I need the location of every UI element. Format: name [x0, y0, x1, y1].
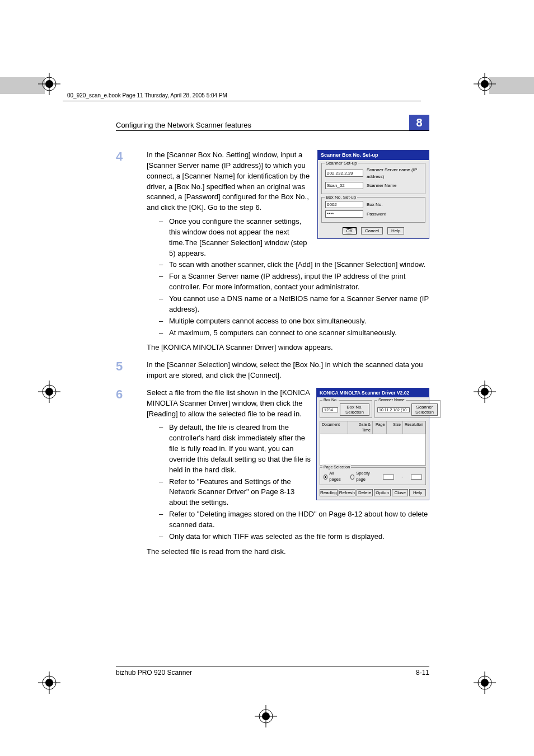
book-header-line: 00_920_scan_e.book Page 11 Thursday, Apr…: [67, 92, 227, 98]
step-body: Scanner Box No. Set-up Scanner Set-up Sc…: [147, 150, 429, 356]
box-no-selection-button[interactable]: Box No. Selection: [340, 403, 369, 416]
dialog-titlebar: KONICA MINOLTA Scanner Driver V2.02: [317, 388, 429, 397]
step-5: 5 In the [Scanner Selection] window, sel…: [116, 360, 429, 384]
list-item: Refer to "Features and Settings of the N…: [159, 477, 429, 509]
step-after-text: The selected file is read from the hard …: [147, 547, 429, 557]
step-4: 4 Scanner Box No. Set-up Scanner Set-up …: [116, 150, 429, 356]
group-legend: Box No.: [322, 397, 339, 403]
manual-page: 00_920_scan_e.book Page 11 Thursday, Apr…: [0, 0, 534, 756]
dialog-titlebar: Scanner Box No. Set-up: [318, 151, 429, 160]
registration-mark-tr: [474, 73, 496, 95]
step-number: 5: [116, 360, 147, 384]
chapter-tab: 8: [409, 115, 429, 130]
step-text: In the [Scanner Selection] window, selec…: [147, 360, 429, 381]
crop-bar-right: [489, 77, 534, 94]
page-content: Configuring the Network Scanner features…: [116, 115, 429, 564]
group-box-no: Box No. Box No. Selection: [320, 400, 372, 418]
registration-mark-mr: [474, 381, 496, 403]
list-item: You cannot use a DNS name or a NetBIOS n…: [159, 294, 429, 315]
list-item: To scan with another scanner, click the …: [159, 260, 429, 270]
list-item: For a Scanner Server name (IP address), …: [159, 271, 429, 293]
registration-mark-ml: [38, 381, 60, 403]
step-4-bullets: Once you configure the scanner settings,…: [147, 217, 429, 338]
step-6: 6 KONICA MINOLTA Scanner Driver V2.02 Bo…: [116, 388, 429, 561]
group-scanner-name: Scanner Name Scanner Selection: [374, 400, 441, 418]
step-body: In the [Scanner Selection] window, selec…: [147, 360, 429, 384]
scanner-name-label: Scanner Name: [367, 182, 396, 189]
registration-mark-bl: [38, 672, 60, 694]
list-item: Only data for which TIFF was selected as…: [159, 532, 429, 542]
step-after-text: The [KONICA MINOLTA Scanner Driver] wind…: [147, 342, 429, 353]
step-body: KONICA MINOLTA Scanner Driver V2.02 Box …: [147, 388, 429, 561]
group-scanner-setup: Scanner Set-up Scanner Server name (IP a…: [321, 163, 425, 194]
scanner-name-field[interactable]: [325, 182, 363, 189]
step-number: 6: [116, 388, 147, 561]
scanner-selection-button[interactable]: Scanner Selection: [411, 403, 438, 416]
list-item: At maximum, 5 computers can connect to o…: [159, 328, 429, 339]
footer-page-number: 8-11: [416, 669, 429, 677]
running-head: Configuring the Network Scanner features…: [116, 115, 429, 131]
registration-mark-bm: [255, 705, 277, 727]
running-head-title: Configuring the Network Scanner features: [116, 121, 251, 129]
page-footer: bizhub PRO 920 Scanner 8-11: [116, 666, 429, 677]
footer-product: bizhub PRO 920 Scanner: [116, 669, 192, 677]
group-legend: Scanner Set-up: [325, 160, 358, 167]
registration-mark-br: [474, 672, 496, 694]
list-item: Refer to "Deleting images stored on the …: [159, 509, 429, 530]
box-no-field[interactable]: [322, 407, 338, 412]
scanner-ip-field[interactable]: [377, 407, 410, 412]
server-ip-label: Scanner Server name (IP address): [367, 167, 421, 180]
list-item: By default, the file is cleared from the…: [159, 422, 429, 475]
server-ip-field[interactable]: [325, 170, 363, 177]
box-no-field[interactable]: [325, 201, 363, 208]
registration-mark-tl: [38, 73, 60, 95]
dialog-top-row: Box No. Box No. Selection Scanner Name S…: [317, 397, 429, 420]
step-6-bullets: By default, the file is cleared from the…: [147, 422, 429, 542]
book-header-rule: [63, 101, 421, 101]
box-no-label: Box No.: [367, 201, 382, 208]
group-legend: Scanner Name: [377, 397, 406, 403]
list-item: Multiple computers cannot access to one …: [159, 316, 429, 327]
group-legend: Box No. Set-up: [325, 194, 357, 201]
step-number: 4: [116, 150, 147, 356]
list-item: Once you configure the scanner settings,…: [159, 217, 429, 259]
